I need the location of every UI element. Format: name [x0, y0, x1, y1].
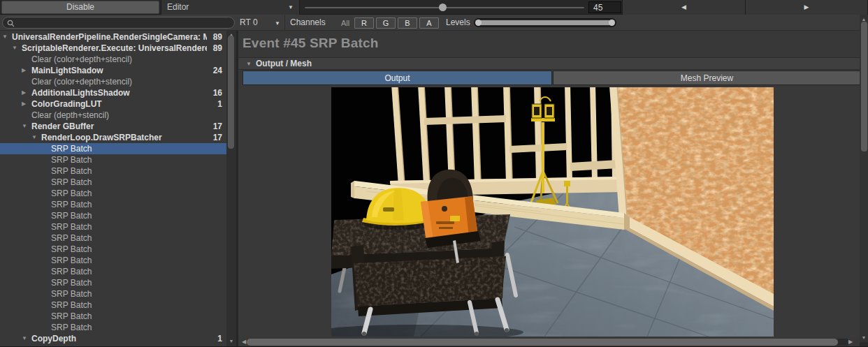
tree-row[interactable]: ▼CopyDepth1: [0, 333, 226, 344]
tree-row-label: SRP Batch: [0, 255, 207, 266]
levels-min-handle[interactable]: [475, 20, 482, 26]
tree-row-label: Render GBuffer: [0, 121, 207, 132]
tree-scrollbar[interactable]: ▲ ▼: [226, 31, 236, 347]
tree-row-count: 1: [217, 98, 222, 110]
tab-output[interactable]: Output: [243, 71, 552, 85]
tree-row-label: SRP Batch: [0, 311, 207, 322]
tree-row-label: SRP Batch: [0, 232, 207, 244]
tree-row-count: 1: [217, 333, 222, 344]
tree-row-label: CopyDepth: [0, 333, 207, 344]
foldout-collapsed-icon[interactable]: ▶: [22, 65, 30, 76]
tree-row-count: 89: [213, 31, 222, 43]
tree-row-label: SRP Batch: [0, 165, 207, 177]
tree-row-label: Clear (depth+stencil): [0, 110, 207, 121]
foldout-label: Output / Mesh: [256, 58, 312, 70]
h-scrollbar-thumb[interactable]: [247, 339, 838, 346]
tree-row-label: SRP Batch: [0, 288, 207, 300]
tree-row[interactable]: SRP Batch: [0, 255, 226, 266]
tree-row[interactable]: Clear (color+depth+stencil): [0, 54, 226, 65]
tree-row[interactable]: ▼ScriptableRenderer.Execute: UniversalRe…: [0, 43, 226, 54]
tree-row-label: MainLightShadow: [0, 65, 207, 76]
tree-row[interactable]: SRP Batch: [0, 232, 226, 244]
tree-row-label: SRP Batch: [0, 188, 207, 199]
tree-row[interactable]: Clear (color+depth+stencil): [0, 76, 226, 87]
tree-row-label: SRP Batch: [0, 199, 207, 210]
target-dropdown[interactable]: Editor ▼: [161, 0, 300, 15]
channel-r-button[interactable]: R: [354, 17, 374, 29]
h-scrollbar-track[interactable]: [247, 339, 850, 346]
tree-row[interactable]: ▶MainLightShadow24: [0, 65, 226, 76]
channel-a-button[interactable]: A: [419, 17, 439, 29]
chevron-down-icon: ▼: [288, 0, 294, 15]
arrow-right-icon: ▶: [804, 3, 809, 10]
search-input[interactable]: [17, 17, 226, 28]
tree-row[interactable]: SRP Batch: [0, 154, 226, 165]
details-scrollbar[interactable]: ▲ ▼: [860, 15, 868, 347]
tree-row-count: 17: [213, 132, 222, 143]
foldout-expanded-icon[interactable]: ▼: [12, 43, 20, 54]
tree-row-label: ScriptableRenderer.Execute: UniversalRen…: [0, 43, 207, 54]
render-target-value: RT 0: [240, 17, 258, 27]
tree-row[interactable]: SRP Batch: [0, 244, 226, 255]
tree-row[interactable]: ▶AdditionalLightsShadow16: [0, 87, 226, 98]
tree-row-label: SRP Batch: [0, 322, 207, 333]
tree-row[interactable]: ▼Render GBuffer17: [0, 121, 226, 132]
tree-row[interactable]: ▼UniversalRenderPipeline.RenderSingleCam…: [0, 31, 226, 43]
disable-button[interactable]: Disable: [1, 1, 159, 14]
foldout-collapsed-icon[interactable]: ▶: [22, 87, 30, 98]
details-scrollbar-thumb[interactable]: [861, 22, 867, 152]
foldout-expanded-icon[interactable]: ▼: [31, 132, 40, 143]
foldout-expanded-icon[interactable]: ▼: [2, 31, 10, 43]
tree-row[interactable]: SRP Batch: [0, 221, 226, 232]
foldout-collapsed-icon[interactable]: ▶: [22, 98, 30, 110]
tree-row[interactable]: SRP Batch: [0, 266, 226, 277]
render-target-dropdown[interactable]: RT 0 ▼: [240, 15, 258, 31]
tree-row[interactable]: Clear (depth+stencil): [0, 110, 226, 121]
tree-row[interactable]: SRP Batch: [0, 210, 226, 221]
filter-toolbar: RT 0 ▼ Channels All R G B A Levels: [0, 15, 868, 31]
event-tree[interactable]: ▼UniversalRenderPipeline.RenderSingleCam…: [0, 31, 226, 347]
tree-row[interactable]: SRP Batch: [0, 188, 226, 199]
tree-row-label: SRP Batch: [0, 300, 207, 311]
scroll-right-icon[interactable]: ▶: [847, 337, 854, 347]
tree-row[interactable]: ▶ColorGradingLUT1: [0, 98, 226, 110]
channel-b-button[interactable]: B: [398, 17, 417, 29]
preview-h-scrollbar[interactable]: ◀ ▶: [238, 337, 860, 347]
foldout-expanded-icon: ▼: [246, 58, 252, 70]
tree-scrollbar-thumb[interactable]: [228, 36, 234, 149]
arrow-left-icon: ◀: [681, 3, 686, 10]
output-mesh-foldout[interactable]: ▼ Output / Mesh: [238, 57, 860, 70]
frame-debugger-window: Disable Editor ▼ ◀ ▶ RT 0 ▼: [0, 0, 868, 347]
search-icon: [7, 20, 15, 27]
output-preview-image: [331, 87, 774, 337]
tree-row[interactable]: SRP Batch: [0, 143, 226, 154]
tree-row[interactable]: SRP Batch: [0, 177, 226, 188]
tree-row[interactable]: SRP Batch: [0, 311, 226, 322]
levels-max-handle[interactable]: [609, 20, 615, 26]
search-field[interactable]: [2, 17, 235, 29]
tab-mesh-preview[interactable]: Mesh Preview: [553, 71, 861, 85]
tree-row[interactable]: SRP Batch: [0, 199, 226, 210]
foldout-expanded-icon[interactable]: ▼: [22, 121, 30, 132]
scroll-down-icon[interactable]: ▼: [226, 338, 236, 345]
tree-row[interactable]: SRP Batch: [0, 165, 226, 177]
levels-slider[interactable]: [474, 18, 616, 27]
tree-row[interactable]: SRP Batch: [0, 277, 226, 288]
event-title: Event #45 SRP Batch: [243, 36, 379, 51]
scroll-down-icon[interactable]: ▼: [860, 334, 868, 341]
previous-event-button[interactable]: ◀: [622, 0, 745, 15]
event-slider-thumb[interactable]: [439, 3, 447, 11]
foldout-expanded-icon[interactable]: ▼: [22, 333, 30, 344]
tree-row[interactable]: SRP Batch: [0, 322, 226, 333]
tree-row[interactable]: SRP Batch: [0, 288, 226, 300]
channel-all-button[interactable]: All: [336, 17, 354, 29]
event-slider[interactable]: [305, 0, 584, 15]
next-event-button[interactable]: ▶: [745, 0, 868, 15]
tree-row-count: 89: [213, 43, 222, 54]
tree-row[interactable]: SRP Batch: [0, 300, 226, 311]
toolbar-separator: [284, 15, 285, 31]
tree-row[interactable]: ▼RenderLoop.DrawSRPBatcher17: [0, 132, 226, 143]
channel-g-button[interactable]: G: [376, 17, 396, 29]
output-preview-area: [238, 86, 860, 337]
event-number-field[interactable]: [588, 1, 621, 13]
